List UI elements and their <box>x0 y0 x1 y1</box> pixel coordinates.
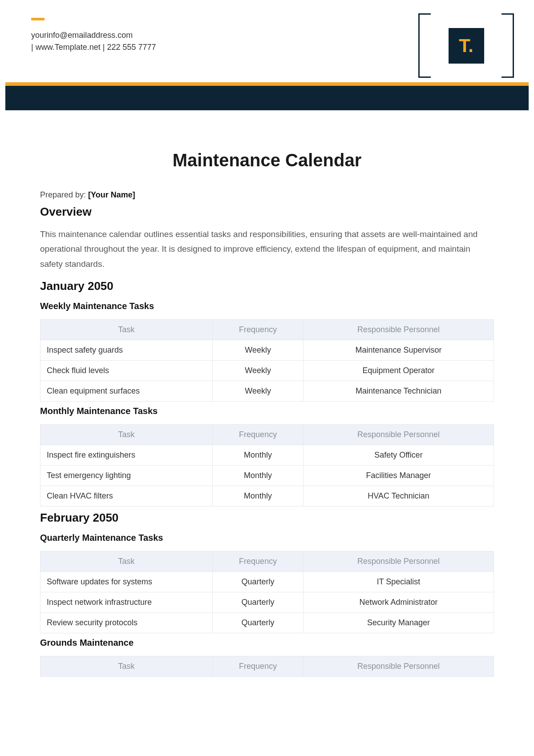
prepared-by-line: Prepared by: [Your Name] <box>40 190 494 200</box>
subsection-heading: Grounds Maintenance <box>40 638 494 648</box>
column-header: Frequency <box>213 319 303 340</box>
cell-responsible: HVAC Technician <box>303 486 494 506</box>
cell-frequency: Monthly <box>213 445 303 465</box>
cell-task: Clean HVAC filters <box>40 486 213 506</box>
column-header: Responsible Personnel <box>303 656 494 676</box>
column-header: Frequency <box>213 551 303 571</box>
cell-responsible: Equipment Operator <box>303 360 494 381</box>
column-header: Task <box>40 424 213 445</box>
maintenance-table: TaskFrequencyResponsible PersonnelInspec… <box>40 424 494 507</box>
cell-task: Software updates for systems <box>40 571 213 592</box>
bar-accent <box>5 82 529 86</box>
maintenance-table: TaskFrequencyResponsible PersonnelSoftwa… <box>40 551 494 633</box>
contact-block: yourinfo@emailaddress.com | www.Template… <box>31 29 187 53</box>
letterhead: yourinfo@emailaddress.com | www.Template… <box>0 0 534 73</box>
prepared-by-label: Prepared by: <box>40 190 88 199</box>
cell-responsible: Network Administrator <box>303 592 494 612</box>
cell-frequency: Quarterly <box>213 612 303 633</box>
subsection-heading: Quarterly Maintenance Tasks <box>40 533 494 543</box>
cell-task: Review security protocols <box>40 612 213 633</box>
column-header: Frequency <box>213 424 303 445</box>
cell-task: Check fluid levels <box>40 360 213 381</box>
overview-heading: Overview <box>40 205 494 219</box>
table-row: Software updates for systemsQuarterlyIT … <box>40 571 494 592</box>
cell-responsible: Facilities Manager <box>303 465 494 486</box>
table-row: Test emergency lightingMonthlyFacilities… <box>40 465 494 486</box>
cell-task: Inspect network infrastructure <box>40 592 213 612</box>
column-header: Responsible Personnel <box>303 424 494 445</box>
month-heading: February 2050 <box>40 511 494 525</box>
prepared-by-value: [Your Name] <box>88 190 135 199</box>
contact-email: yourinfo@emailaddress.com <box>31 31 133 40</box>
cell-responsible: IT Specialist <box>303 571 494 592</box>
table-row: Inspect safety guardsWeeklyMaintenance S… <box>40 340 494 360</box>
contact-rest: | www.Template.net | 222 555 7777 <box>31 43 156 52</box>
column-header: Responsible Personnel <box>303 551 494 571</box>
cell-frequency: Weekly <box>213 360 303 381</box>
cell-frequency: Monthly <box>213 465 303 486</box>
maintenance-table: TaskFrequencyResponsible PersonnelInspec… <box>40 319 494 402</box>
cell-responsible: Maintenance Technician <box>303 381 494 401</box>
column-header: Task <box>40 551 213 571</box>
table-row: Clean equipment surfacesWeeklyMaintenanc… <box>40 381 494 401</box>
cell-frequency: Monthly <box>213 486 303 506</box>
maintenance-table: TaskFrequencyResponsible Personnel <box>40 656 494 677</box>
table-row: Inspect network infrastructureQuarterlyN… <box>40 592 494 612</box>
subsection-heading: Monthly Maintenance Tasks <box>40 406 494 416</box>
cell-frequency: Weekly <box>213 340 303 360</box>
subsection-heading: Weekly Maintenance Tasks <box>40 301 494 311</box>
cell-task: Inspect fire extinguishers <box>40 445 213 465</box>
logo-frame: T. <box>418 13 514 78</box>
cell-frequency: Quarterly <box>213 592 303 612</box>
header-bars <box>0 82 534 110</box>
table-row: Clean HVAC filtersMonthlyHVAC Technician <box>40 486 494 506</box>
cell-task: Clean equipment surfaces <box>40 381 213 401</box>
cell-responsible: Maintenance Supervisor <box>303 340 494 360</box>
overview-text: This maintenance calendar outlines essen… <box>40 227 494 271</box>
column-header: Responsible Personnel <box>303 319 494 340</box>
table-row: Review security protocolsQuarterlySecuri… <box>40 612 494 633</box>
column-header: Frequency <box>213 656 303 676</box>
cell-task: Inspect safety guards <box>40 340 213 360</box>
month-heading: January 2050 <box>40 279 494 293</box>
page-title: Maintenance Calendar <box>40 150 494 170</box>
logo-text: T. <box>459 35 473 56</box>
cell-responsible: Security Manager <box>303 612 494 633</box>
column-header: Task <box>40 656 213 676</box>
cell-task: Test emergency lighting <box>40 465 213 486</box>
cell-responsible: Safety Officer <box>303 445 494 465</box>
accent-dash <box>31 18 44 20</box>
bar-dark <box>5 86 529 110</box>
cell-frequency: Quarterly <box>213 571 303 592</box>
document-body: Maintenance Calendar Prepared by: [Your … <box>0 110 534 677</box>
logo-icon: T. <box>449 28 484 64</box>
table-row: Check fluid levelsWeeklyEquipment Operat… <box>40 360 494 381</box>
column-header: Task <box>40 319 213 340</box>
table-row: Inspect fire extinguishersMonthlySafety … <box>40 445 494 465</box>
cell-frequency: Weekly <box>213 381 303 401</box>
